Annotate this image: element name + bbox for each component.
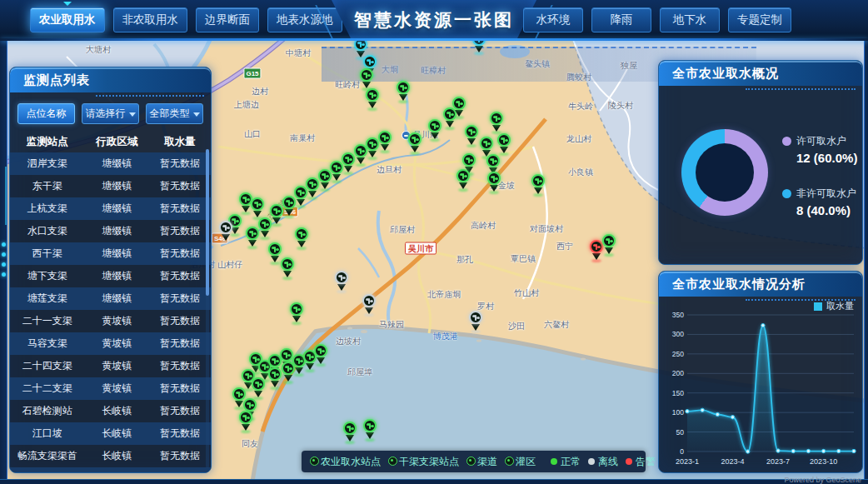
pin-tip xyxy=(411,146,419,152)
marker-agri-intake-icon[interactable] xyxy=(489,112,504,134)
marker-offline-icon[interactable] xyxy=(218,221,233,243)
table-row[interactable]: 西干渠塘缀镇暂无数据 xyxy=(10,242,211,265)
table-row[interactable]: 石碧检测站长岐镇暂无数据 xyxy=(10,400,211,422)
table-cell: 塘缀镇 xyxy=(84,292,149,306)
point-name-button[interactable]: 点位名称 xyxy=(17,103,75,124)
table-row[interactable]: 上杭支渠塘缀镇暂无数据 xyxy=(10,197,211,220)
frame-bottom xyxy=(0,479,868,484)
type-select[interactable]: 全部类型 xyxy=(146,103,203,124)
table-row[interactable]: 塘莲支渠塘缀镇暂无数据 xyxy=(10,287,211,310)
frame-dot xyxy=(2,252,6,257)
sprout-icon xyxy=(462,173,464,179)
marker-offline-icon[interactable] xyxy=(362,294,377,317)
table-cell: 二十四支渠 xyxy=(10,359,84,373)
marker-agri-intake-icon[interactable] xyxy=(496,133,511,156)
marker-agri-intake-icon[interactable] xyxy=(280,257,295,280)
place-label: 高岭村 xyxy=(471,220,496,232)
pin-tip xyxy=(346,435,354,442)
marker-canal-station-icon[interactable] xyxy=(471,40,486,55)
region-select[interactable]: 请选择行 xyxy=(82,103,139,124)
map-legend-item-3[interactable]: 灌区 xyxy=(505,455,536,469)
table-row[interactable]: 水口支渠塘缀镇暂无数据 xyxy=(10,220,211,242)
marker-agri-intake-icon[interactable] xyxy=(456,169,471,192)
place-label: 覃巴镇 xyxy=(511,253,536,265)
nav-tab-1[interactable]: 非农取用水 xyxy=(113,7,188,32)
table-row[interactable]: 山粮支渠长岐镇暂无数据 xyxy=(10,467,211,473)
nav-tab-right-1[interactable]: 降雨 xyxy=(591,7,651,32)
sprout-icon xyxy=(234,218,236,224)
table-cell: 上杭支渠 xyxy=(10,202,84,216)
marker-agri-intake-icon[interactable] xyxy=(251,377,266,400)
marker-agri-intake-icon[interactable] xyxy=(464,125,479,147)
marker-agri-intake-icon[interactable] xyxy=(407,132,422,155)
pin-head xyxy=(428,119,441,132)
table-row[interactable]: 泗岸支渠塘缀镇暂无数据 xyxy=(10,152,211,175)
marker-agri-intake-icon[interactable] xyxy=(359,68,374,91)
nav-tab-right-2[interactable]: 地下水 xyxy=(660,7,720,32)
marker-agri-intake-icon[interactable] xyxy=(362,419,377,442)
sprout-icon xyxy=(249,402,251,408)
scrollbar-thumb[interactable] xyxy=(206,149,209,296)
pin-tip xyxy=(332,174,341,181)
header-glow-line xyxy=(0,38,868,41)
marker-agri-intake-icon[interactable] xyxy=(486,172,501,194)
nav-tab-right-3[interactable]: 专题定制 xyxy=(728,7,791,32)
pin-head xyxy=(268,242,282,256)
port-label: 博茂港 xyxy=(433,331,458,342)
sprout-icon xyxy=(288,200,290,206)
pin-head xyxy=(343,422,357,435)
road-badge: G15 xyxy=(243,68,261,79)
marker-agri-intake-icon[interactable] xyxy=(342,422,357,444)
marker-agri-intake-icon[interactable] xyxy=(238,411,253,433)
marker-offline-icon[interactable] xyxy=(334,271,349,293)
pin-tip xyxy=(272,217,281,224)
marker-agri-intake-icon[interactable] xyxy=(281,362,296,384)
nav-tab-0[interactable]: 农业取用水 xyxy=(30,7,105,32)
table-row[interactable]: 二十一支渠黄坡镇暂无数据 xyxy=(10,310,211,332)
svg-text:100: 100 xyxy=(672,408,684,417)
place-label: 大塘村 xyxy=(86,44,111,56)
nav-tab-2[interactable]: 边界断面 xyxy=(196,7,259,32)
table-cell: 黄坡镇 xyxy=(84,314,149,328)
legend-dot-icon xyxy=(782,189,791,198)
marker-agri-intake-icon[interactable] xyxy=(531,174,546,197)
table-cell: 黄坡镇 xyxy=(84,337,149,351)
table-cell: 泗岸支渠 xyxy=(10,157,84,171)
list-scrollbar[interactable] xyxy=(206,149,209,468)
marker-agri-intake-icon[interactable] xyxy=(451,97,466,119)
table-row[interactable]: 二十四支渠黄坡镇暂无数据 xyxy=(10,355,211,377)
sprout-icon xyxy=(468,157,470,163)
marker-agri-intake-icon[interactable] xyxy=(245,227,260,249)
table-row[interactable]: 东干渠塘缀镇暂无数据 xyxy=(10,175,211,197)
frame-dot xyxy=(2,262,6,267)
map-legend-item-2[interactable]: 渠道 xyxy=(466,455,497,469)
table-row[interactable]: 二十二支渠黄坡镇暂无数据 xyxy=(10,377,211,400)
table-row[interactable]: 塘下支渠塘缀镇暂无数据 xyxy=(10,265,211,287)
marker-agri-intake-icon[interactable] xyxy=(313,344,328,367)
map-legend-item-0[interactable]: 农业取水站点 xyxy=(310,455,381,469)
marker-agri-intake-icon[interactable] xyxy=(396,81,411,103)
status-dot-icon xyxy=(551,458,557,465)
marker-offline-icon[interactable] xyxy=(468,311,483,333)
map-legend-item-1[interactable]: 干渠支渠站点 xyxy=(388,455,459,469)
pin-head xyxy=(243,398,257,412)
pin-tip xyxy=(297,199,305,206)
pin-tip xyxy=(366,432,374,439)
pin-head xyxy=(480,137,493,150)
marker-agri-intake-icon[interactable] xyxy=(289,302,304,325)
marker-agri-intake-icon[interactable] xyxy=(365,88,380,111)
table-row[interactable]: 畅流支渠渠首长岐镇暂无数据 xyxy=(10,445,211,467)
marker-agri-intake-icon[interactable] xyxy=(601,234,616,257)
marker-agri-intake-icon[interactable] xyxy=(427,119,442,142)
pin-tip xyxy=(253,211,262,217)
nav-tab-right-0[interactable]: 水环境 xyxy=(523,7,583,32)
table-cell: 长岐镇 xyxy=(84,449,149,463)
table-cell: 暂无数据 xyxy=(149,337,211,351)
marker-agri-intake-icon[interactable] xyxy=(294,227,309,250)
sprout-icon xyxy=(360,42,362,47)
table-row[interactable]: 江口坡长岐镇暂无数据 xyxy=(10,422,211,445)
sprout-icon xyxy=(475,315,476,321)
sprout-icon xyxy=(276,208,277,214)
table-row[interactable]: 马容支渠黄坡镇暂无数据 xyxy=(10,332,211,355)
marker-agri-intake-icon[interactable] xyxy=(250,197,265,220)
